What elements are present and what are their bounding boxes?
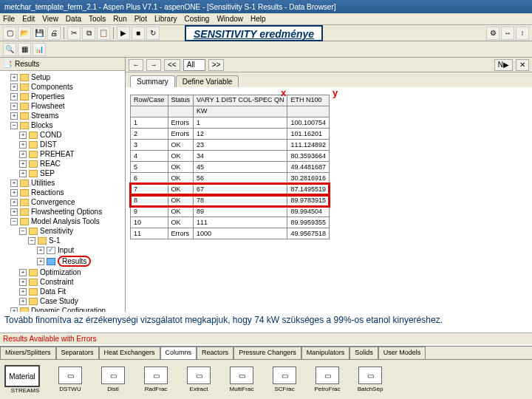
tree-item[interactable]: +Reactions	[1, 188, 123, 197]
tree-item[interactable]: +REAC	[1, 159, 123, 168]
cut-icon[interactable]: ✂	[67, 27, 81, 40]
tree-item[interactable]: −S-1	[1, 236, 123, 245]
chart-icon[interactable]: 📊	[33, 43, 46, 56]
nav-close-icon[interactable]: ✕	[516, 59, 529, 71]
expand-icon[interactable]: +	[19, 288, 27, 296]
table-row[interactable]: 8OK7889.9783915	[131, 195, 330, 206]
tree-item[interactable]: +Constraint	[1, 277, 123, 287]
menu-run[interactable]: Run	[113, 15, 126, 23]
tool-icon[interactable]: ↕	[516, 27, 529, 40]
tree-item[interactable]: +Flowsheeting Options	[1, 207, 123, 216]
expand-icon[interactable]: +	[19, 279, 27, 286]
menu-help[interactable]: Help	[250, 15, 266, 23]
expand-icon[interactable]: +	[19, 269, 27, 276]
new-icon[interactable]: ▢	[3, 27, 16, 40]
tree-item[interactable]: +Components	[1, 82, 123, 92]
material-stream-tool[interactable]: Material STREAMS	[4, 365, 46, 394]
tree-item[interactable]: −Blocks	[1, 120, 123, 130]
tree-item[interactable]: +Utilities	[1, 178, 123, 188]
table-row[interactable]: 1Errors1100.100754	[131, 117, 330, 129]
menu-tools[interactable]: Tools	[89, 15, 106, 23]
tree-item[interactable]: +SEP	[1, 168, 123, 178]
palette-item[interactable]: ▭MultiFrac	[223, 366, 260, 392]
table-row[interactable]: 5OK4549.4481687	[131, 162, 330, 173]
expand-icon[interactable]: +	[19, 160, 27, 168]
tab-define-variable[interactable]: Define Variable	[176, 75, 239, 87]
print-icon[interactable]: 🖨	[47, 27, 61, 40]
palette-tab[interactable]: Mixers/Splitters	[0, 347, 56, 359]
results-table[interactable]: Row/CaseStatusVARY 1 DIST COL-SPEC QNETH…	[130, 95, 330, 239]
expand-icon[interactable]: −	[19, 228, 27, 235]
table-row[interactable]: 4OK3480.3593664	[131, 151, 330, 162]
palette-tab[interactable]: Pressure Changers	[233, 347, 301, 359]
menu-data[interactable]: Data	[66, 15, 81, 23]
palette-tab[interactable]: Heat Exchangers	[99, 347, 160, 359]
expand-icon[interactable]: +	[19, 141, 27, 149]
menu-plot[interactable]: Plot	[134, 15, 147, 23]
expand-icon[interactable]: +	[10, 83, 18, 91]
palette-item[interactable]: ▭RadFrac	[137, 366, 174, 392]
run-icon[interactable]: ▶	[117, 27, 130, 40]
nav-back-button[interactable]: ←	[129, 59, 143, 71]
palette-tab[interactable]: Separators	[56, 347, 99, 359]
palette-tab[interactable]: Reactors	[197, 347, 233, 359]
expand-icon[interactable]: +	[10, 199, 18, 206]
expand-icon[interactable]: +	[19, 298, 27, 305]
expand-icon[interactable]: +	[10, 208, 18, 216]
tree-item[interactable]: +Results	[1, 255, 123, 267]
expand-icon[interactable]: −	[10, 218, 18, 225]
expand-icon[interactable]: +	[19, 132, 27, 139]
tab-summary[interactable]: Summary	[130, 75, 175, 87]
nav-tree[interactable]: +Setup+Components+Properties+Flowsheet+S…	[0, 71, 125, 328]
expand-icon[interactable]: +	[19, 151, 27, 158]
expand-icon[interactable]: +	[37, 247, 44, 254]
palette-tab[interactable]: User Models	[378, 347, 426, 359]
tree-item[interactable]: +DIST	[1, 140, 123, 149]
copy-icon[interactable]: ⧉	[82, 27, 95, 40]
save-icon[interactable]: 💾	[33, 27, 46, 40]
tree-item[interactable]: +Flowsheet	[1, 101, 123, 111]
tree-item[interactable]: +Case Study	[1, 296, 123, 306]
refresh-icon[interactable]: ↻	[146, 27, 160, 40]
nav-forward-button[interactable]: →	[146, 59, 161, 71]
expand-icon[interactable]: +	[37, 258, 44, 265]
table-row[interactable]: 3OK23111.124892	[131, 140, 330, 151]
open-icon[interactable]: 📂	[18, 27, 31, 40]
nav-scope-select[interactable]: All	[183, 59, 205, 71]
palette-item[interactable]: ▭PetroFrac	[309, 366, 346, 392]
menu-costing[interactable]: Costing	[185, 15, 210, 23]
expand-icon[interactable]: +	[10, 103, 18, 110]
grid-icon[interactable]: ▦	[18, 43, 31, 56]
tree-item[interactable]: +COND	[1, 130, 123, 140]
expand-icon[interactable]: +	[19, 170, 27, 177]
tool-icon[interactable]: ⚙	[486, 27, 499, 40]
paste-icon[interactable]: 📋	[97, 27, 110, 40]
palette-tab[interactable]: Manipulators	[301, 347, 350, 359]
expand-icon[interactable]: +	[10, 189, 18, 197]
menu-view[interactable]: View	[42, 15, 58, 23]
menu-file[interactable]: File	[3, 15, 15, 23]
expand-icon[interactable]: +	[10, 180, 18, 187]
palette-item[interactable]: ▭SCFrac	[266, 366, 303, 392]
table-row[interactable]: 11Errors100049.9567518	[131, 228, 330, 239]
nav-tool-icon[interactable]: N▶	[494, 59, 513, 71]
nav-prev-button[interactable]: <<	[164, 59, 180, 71]
tree-item[interactable]: −Model Analysis Tools	[1, 216, 123, 226]
palette-item[interactable]: ▭Distl	[95, 366, 132, 392]
menu-edit[interactable]: Edit	[22, 15, 35, 23]
tree-item[interactable]: +Setup	[1, 72, 123, 82]
tree-item[interactable]: +Streams	[1, 111, 123, 120]
nav-next-button[interactable]: >>	[208, 59, 225, 71]
tree-item[interactable]: +Input	[1, 245, 123, 255]
tree-item[interactable]: +Properties	[1, 92, 123, 101]
tree-item[interactable]: +Optimization	[1, 267, 123, 277]
menu-library[interactable]: Library	[154, 15, 177, 23]
table-row[interactable]: 10OK11189.9959355	[131, 217, 330, 228]
expand-icon[interactable]: +	[10, 112, 18, 120]
menu-window[interactable]: Window	[216, 15, 243, 23]
tool-icon[interactable]: ↔	[501, 27, 514, 40]
table-row[interactable]: 7OK6787.1495519	[131, 184, 330, 195]
table-row[interactable]: 9OK8989.994504	[131, 206, 330, 217]
tree-item[interactable]: +Data Fit	[1, 287, 123, 296]
expand-icon[interactable]: +	[10, 93, 18, 100]
